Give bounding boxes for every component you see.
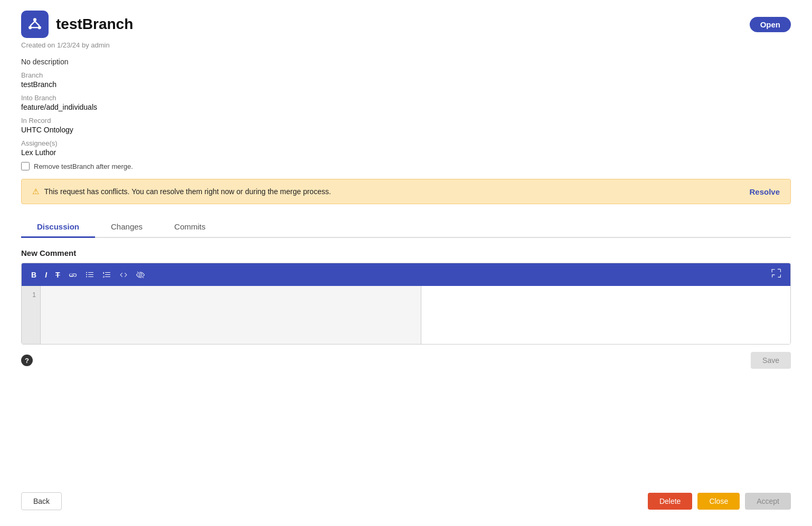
created-info: Created on 1/23/24 by admin: [21, 41, 791, 49]
network-diagram-icon: [27, 16, 43, 32]
toolbar-expand-area: [769, 267, 783, 282]
new-comment-title: New Comment: [21, 248, 791, 257]
svg-line-4: [35, 21, 40, 26]
strikethrough-button[interactable]: T: [53, 270, 62, 280]
remove-after-merge-row: Remove testBranch after merge.: [21, 162, 791, 170]
editor-body: 1: [22, 286, 790, 344]
italic-button[interactable]: I: [43, 270, 49, 280]
tab-commits[interactable]: Commits: [158, 217, 221, 238]
into-branch-label: Into Branch: [21, 94, 791, 102]
accept-button[interactable]: Accept: [745, 493, 791, 510]
conflict-message-area: ⚠ This request has conflicts. You can re…: [32, 187, 331, 196]
ordered-list-button[interactable]: [100, 270, 113, 280]
expand-button[interactable]: [769, 267, 783, 282]
help-icon[interactable]: ?: [21, 355, 33, 366]
in-record-meta: In Record UHTC Ontology: [21, 117, 791, 134]
branch-meta: Branch testBranch: [21, 71, 791, 89]
right-action-buttons: Delete Close Accept: [648, 493, 791, 510]
toolbar-buttons: B I T: [29, 270, 147, 280]
into-branch-value: feature/add_individuals: [21, 103, 791, 111]
resolve-link[interactable]: Resolve: [749, 187, 780, 196]
comment-actions-row: ? Save: [21, 352, 791, 369]
conflict-banner: ⚠ This request has conflicts. You can re…: [21, 179, 791, 204]
footer-actions: Back Delete Close Accept: [21, 492, 791, 510]
conflict-message-text: This request has conflicts. You can reso…: [44, 187, 331, 196]
save-button[interactable]: Save: [751, 352, 791, 369]
assignees-meta: Assignee(s) Lex Luthor: [21, 139, 791, 157]
tabs-row: Discussion Changes Commits: [21, 217, 791, 238]
branch-value: testBranch: [21, 80, 791, 89]
tab-discussion[interactable]: Discussion: [21, 217, 95, 238]
in-record-value: UHTC Ontology: [21, 126, 791, 134]
assignees-label: Assignee(s): [21, 139, 791, 147]
preview-button[interactable]: [134, 270, 147, 280]
unordered-list-button[interactable]: [83, 270, 96, 280]
remove-after-merge-label[interactable]: Remove testBranch after merge.: [34, 162, 133, 170]
in-record-label: In Record: [21, 117, 791, 125]
code-button[interactable]: [117, 270, 130, 280]
remove-after-merge-checkbox[interactable]: [21, 162, 30, 170]
editor-preview-pane: [421, 286, 791, 344]
branch-label: Branch: [21, 71, 791, 79]
into-branch-meta: Into Branch feature/add_individuals: [21, 94, 791, 111]
comment-input[interactable]: [41, 286, 421, 344]
open-status-badge[interactable]: Open: [750, 17, 791, 32]
editor-toolbar: B I T: [22, 263, 790, 286]
bold-button[interactable]: B: [29, 270, 39, 280]
link-button[interactable]: [67, 270, 79, 280]
no-description-text: No description: [21, 58, 791, 66]
app-icon: [21, 11, 49, 38]
back-button[interactable]: Back: [21, 492, 62, 510]
warning-icon: ⚠: [32, 187, 39, 196]
branch-title: testBranch: [56, 16, 133, 33]
assignees-value: Lex Luthor: [21, 148, 791, 157]
svg-point-0: [33, 18, 36, 21]
svg-line-3: [30, 21, 35, 26]
line-numbers: 1: [22, 286, 41, 344]
close-button[interactable]: Close: [697, 493, 740, 510]
comment-editor: B I T: [21, 263, 791, 345]
delete-button[interactable]: Delete: [648, 493, 692, 510]
tab-changes[interactable]: Changes: [95, 217, 158, 238]
